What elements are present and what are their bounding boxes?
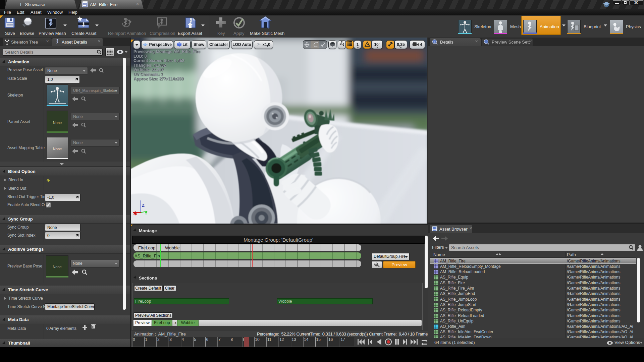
svg-text:1: 1	[145, 337, 147, 342]
svg-text:15: 15	[316, 337, 321, 342]
svg-text:Y: Y	[145, 210, 148, 216]
svg-text:8: 8	[231, 337, 233, 342]
svg-text:14: 14	[304, 337, 309, 342]
svg-text:11: 11	[267, 337, 272, 342]
svg-text:12: 12	[279, 337, 284, 342]
svg-text:Z: Z	[142, 203, 145, 208]
svg-text:10: 10	[255, 337, 260, 342]
svg-text:2: 2	[157, 337, 160, 342]
svg-text:4: 4	[182, 337, 184, 342]
svg-text:✱: ✱	[133, 210, 138, 216]
svg-text:16: 16	[328, 337, 333, 342]
svg-text:3: 3	[169, 337, 172, 342]
svg-text:0: 0	[133, 337, 135, 342]
svg-text:5: 5	[194, 337, 196, 342]
svg-text:6: 6	[206, 337, 209, 342]
svg-text:17: 17	[340, 337, 345, 342]
svg-text:13: 13	[292, 337, 297, 342]
svg-text:7: 7	[218, 337, 221, 342]
